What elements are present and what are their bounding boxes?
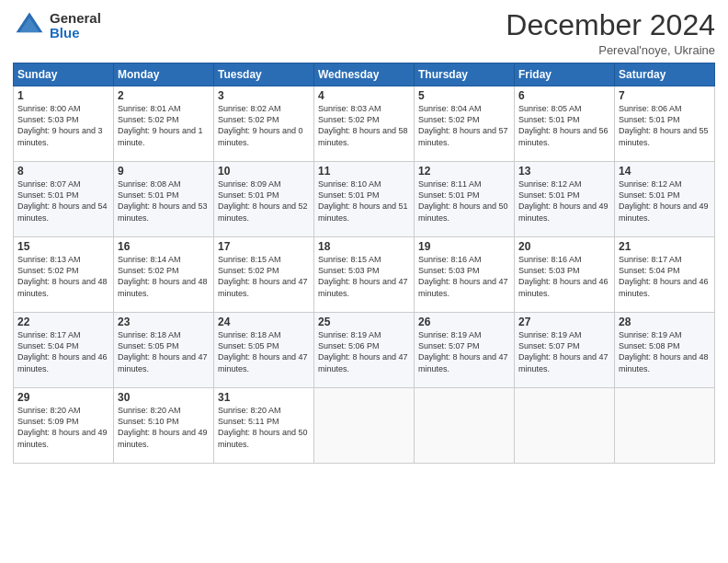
day-number: 15 (17, 240, 109, 253)
logo-general-text: General (50, 11, 101, 27)
table-row: 20 Sunrise: 8:16 AMSunset: 5:03 PMDaylig… (515, 237, 615, 313)
day-number: 17 (218, 240, 310, 253)
cell-info: Sunrise: 8:15 AMSunset: 5:03 PMDaylight:… (318, 255, 408, 297)
cell-info: Sunrise: 8:15 AMSunset: 5:02 PMDaylight:… (218, 255, 308, 297)
table-row: 17 Sunrise: 8:15 AMSunset: 5:02 PMDaylig… (214, 237, 314, 313)
header: General Blue December 2024 Pereval'noye,… (13, 9, 715, 57)
cell-info: Sunrise: 8:20 AMSunset: 5:09 PMDaylight:… (17, 406, 108, 448)
calendar-week-row: 15 Sunrise: 8:13 AMSunset: 5:02 PMDaylig… (14, 237, 715, 313)
day-number: 25 (318, 316, 410, 328)
cell-info: Sunrise: 8:00 AMSunset: 5:03 PMDaylight:… (17, 104, 103, 146)
day-number: 27 (518, 316, 610, 328)
table-row: 4 Sunrise: 8:03 AMSunset: 5:02 PMDayligh… (314, 86, 415, 162)
col-sunday: Sunday (14, 63, 114, 86)
day-number: 23 (118, 316, 210, 328)
table-row: 27 Sunrise: 8:19 AMSunset: 5:07 PMDaylig… (515, 313, 615, 388)
title-block: December 2024 Pereval'noye, Ukraine (506, 9, 715, 57)
table-row: 6 Sunrise: 8:05 AMSunset: 5:01 PMDayligh… (515, 86, 615, 162)
cell-info: Sunrise: 8:17 AMSunset: 5:04 PMDaylight:… (17, 330, 108, 373)
table-row: 23 Sunrise: 8:18 AMSunset: 5:05 PMDaylig… (114, 313, 214, 388)
table-row: 5 Sunrise: 8:04 AMSunset: 5:02 PMDayligh… (415, 86, 515, 162)
table-row: 31 Sunrise: 8:20 AMSunset: 5:11 PMDaylig… (214, 388, 314, 464)
col-monday: Monday (114, 63, 214, 86)
cell-info: Sunrise: 8:16 AMSunset: 5:03 PMDaylight:… (418, 255, 508, 297)
day-number: 18 (318, 240, 410, 253)
day-number: 30 (118, 391, 210, 404)
logo-blue-text: Blue (50, 26, 101, 41)
cell-info: Sunrise: 8:13 AMSunset: 5:02 PMDaylight:… (17, 255, 108, 297)
cell-info: Sunrise: 8:01 AMSunset: 5:02 PMDaylight:… (118, 104, 203, 146)
cell-info: Sunrise: 8:02 AMSunset: 5:02 PMDaylight:… (218, 104, 303, 146)
cell-info: Sunrise: 8:04 AMSunset: 5:02 PMDaylight:… (418, 104, 508, 146)
table-row: 26 Sunrise: 8:19 AMSunset: 5:07 PMDaylig… (415, 313, 515, 388)
table-row: 30 Sunrise: 8:20 AMSunset: 5:10 PMDaylig… (114, 388, 214, 464)
col-friday: Friday (515, 63, 615, 86)
table-row: 8 Sunrise: 8:07 AMSunset: 5:01 PMDayligh… (14, 162, 114, 237)
calendar-week-row: 22 Sunrise: 8:17 AMSunset: 5:04 PMDaylig… (14, 313, 715, 388)
day-number: 24 (218, 316, 310, 328)
cell-info: Sunrise: 8:20 AMSunset: 5:11 PMDaylight:… (218, 406, 308, 448)
table-row: 25 Sunrise: 8:19 AMSunset: 5:06 PMDaylig… (314, 313, 415, 388)
col-saturday: Saturday (615, 63, 715, 86)
table-row: 15 Sunrise: 8:13 AMSunset: 5:02 PMDaylig… (14, 237, 114, 313)
table-row: 29 Sunrise: 8:20 AMSunset: 5:09 PMDaylig… (14, 388, 114, 464)
day-number: 29 (17, 391, 109, 404)
cell-info: Sunrise: 8:19 AMSunset: 5:06 PMDaylight:… (318, 330, 408, 373)
day-number: 5 (418, 89, 510, 102)
table-row: 11 Sunrise: 8:10 AMSunset: 5:01 PMDaylig… (314, 162, 415, 237)
day-number: 6 (518, 89, 610, 102)
table-row (615, 388, 715, 464)
cell-info: Sunrise: 8:12 AMSunset: 5:01 PMDaylight:… (518, 179, 609, 222)
table-row: 13 Sunrise: 8:12 AMSunset: 5:01 PMDaylig… (515, 162, 615, 237)
day-number: 7 (619, 89, 711, 102)
day-number: 1 (17, 89, 109, 102)
cell-info: Sunrise: 8:10 AMSunset: 5:01 PMDaylight:… (318, 179, 408, 222)
cell-info: Sunrise: 8:05 AMSunset: 5:01 PMDaylight:… (518, 104, 609, 146)
table-row: 9 Sunrise: 8:08 AMSunset: 5:01 PMDayligh… (114, 162, 214, 237)
month-title: December 2024 (506, 9, 715, 41)
cell-info: Sunrise: 8:12 AMSunset: 5:01 PMDaylight:… (619, 179, 709, 222)
table-row: 7 Sunrise: 8:06 AMSunset: 5:01 PMDayligh… (615, 86, 715, 162)
table-row: 16 Sunrise: 8:14 AMSunset: 5:02 PMDaylig… (114, 237, 214, 313)
day-number: 9 (118, 165, 210, 178)
cell-info: Sunrise: 8:06 AMSunset: 5:01 PMDaylight:… (619, 104, 709, 146)
calendar-week-row: 8 Sunrise: 8:07 AMSunset: 5:01 PMDayligh… (14, 162, 715, 237)
logo: General Blue (13, 9, 101, 42)
day-number: 14 (619, 165, 711, 178)
table-row: 12 Sunrise: 8:11 AMSunset: 5:01 PMDaylig… (415, 162, 515, 237)
day-number: 28 (619, 316, 711, 328)
col-tuesday: Tuesday (214, 63, 314, 86)
cell-info: Sunrise: 8:19 AMSunset: 5:08 PMDaylight:… (619, 330, 709, 373)
cell-info: Sunrise: 8:18 AMSunset: 5:05 PMDaylight:… (218, 330, 308, 373)
cell-info: Sunrise: 8:03 AMSunset: 5:02 PMDaylight:… (318, 104, 408, 146)
table-row: 21 Sunrise: 8:17 AMSunset: 5:04 PMDaylig… (615, 237, 715, 313)
day-number: 16 (118, 240, 210, 253)
day-number: 19 (418, 240, 510, 253)
table-row: 22 Sunrise: 8:17 AMSunset: 5:04 PMDaylig… (14, 313, 114, 388)
day-number: 11 (318, 165, 410, 178)
table-row: 24 Sunrise: 8:18 AMSunset: 5:05 PMDaylig… (214, 313, 314, 388)
day-number: 10 (218, 165, 310, 178)
table-row: 3 Sunrise: 8:02 AMSunset: 5:02 PMDayligh… (214, 86, 314, 162)
cell-info: Sunrise: 8:07 AMSunset: 5:01 PMDaylight:… (17, 179, 108, 222)
cell-info: Sunrise: 8:09 AMSunset: 5:01 PMDaylight:… (218, 179, 308, 222)
table-row (314, 388, 415, 464)
logo-icon (13, 9, 46, 42)
table-row: 2 Sunrise: 8:01 AMSunset: 5:02 PMDayligh… (114, 86, 214, 162)
day-number: 22 (17, 316, 109, 328)
cell-info: Sunrise: 8:08 AMSunset: 5:01 PMDaylight:… (118, 179, 208, 222)
day-number: 31 (218, 391, 310, 404)
calendar-week-row: 29 Sunrise: 8:20 AMSunset: 5:09 PMDaylig… (14, 388, 715, 464)
day-number: 4 (318, 89, 410, 102)
table-row: 18 Sunrise: 8:15 AMSunset: 5:03 PMDaylig… (314, 237, 415, 313)
calendar-week-row: 1 Sunrise: 8:00 AMSunset: 5:03 PMDayligh… (14, 86, 715, 162)
day-number: 13 (518, 165, 610, 178)
calendar-table: Sunday Monday Tuesday Wednesday Thursday… (13, 63, 715, 464)
day-number: 8 (17, 165, 109, 178)
table-row: 10 Sunrise: 8:09 AMSunset: 5:01 PMDaylig… (214, 162, 314, 237)
col-wednesday: Wednesday (314, 63, 415, 86)
table-row (515, 388, 615, 464)
day-number: 2 (118, 89, 210, 102)
table-row: 14 Sunrise: 8:12 AMSunset: 5:01 PMDaylig… (615, 162, 715, 237)
day-number: 26 (418, 316, 510, 328)
